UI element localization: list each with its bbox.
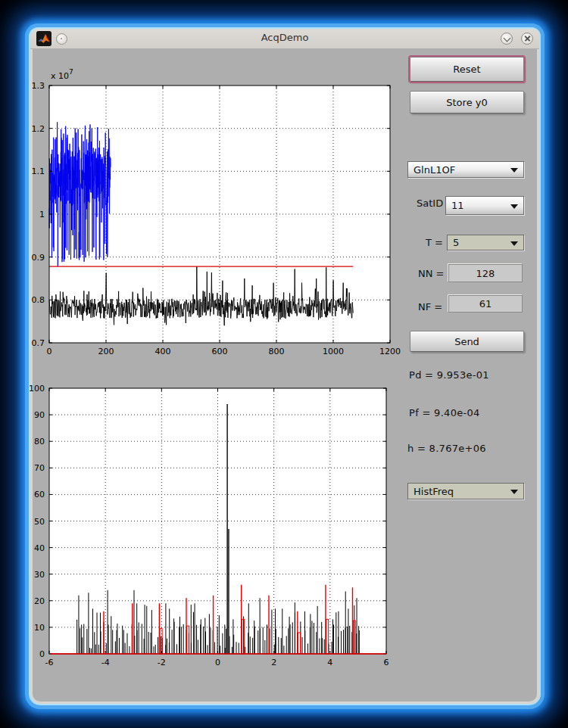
hist-mode-dropdown[interactable]: HistFreq [407, 483, 524, 499]
dropdown-arrow-icon [510, 168, 518, 173]
close-button[interactable] [521, 33, 533, 45]
acqdemo-window: AcqDemo 0200400600800100012000.70.80.911… [30, 29, 539, 704]
chevron-down-icon [504, 35, 511, 42]
store-y0-button[interactable]: Store y0 [410, 91, 524, 114]
svg-text:4: 4 [327, 658, 332, 667]
desktop-background: AcqDemo 0200400600800100012000.70.80.911… [0, 0, 568, 728]
pf-value-text: Pf = 9.40e-04 [409, 407, 480, 418]
svg-text:40: 40 [34, 543, 45, 553]
satid-value: 11 [451, 200, 464, 211]
svg-text:0: 0 [47, 347, 52, 356]
svg-text:-2: -2 [158, 658, 166, 667]
dropdown-arrow-icon [510, 490, 518, 494]
send-button[interactable]: Send [410, 331, 524, 352]
dropdown-arrow-icon [510, 241, 518, 246]
svg-text:1: 1 [39, 210, 45, 219]
svg-text:1.1: 1.1 [32, 166, 45, 176]
satid-dropdown[interactable]: 11 [445, 196, 524, 215]
svg-text:0.7: 0.7 [32, 338, 45, 348]
reset-button[interactable]: Reset [410, 57, 524, 82]
window-title: AcqDemo [30, 32, 539, 43]
nn-field[interactable]: 128 [448, 264, 523, 282]
svg-text:20: 20 [34, 596, 45, 606]
svg-text:1.2: 1.2 [32, 124, 45, 134]
svg-text:0.8: 0.8 [32, 295, 45, 305]
pd-value-text: Pd = 9.953e-01 [409, 369, 489, 381]
svg-text:400: 400 [155, 347, 171, 356]
svg-text:90: 90 [34, 410, 45, 420]
figure-canvas: 0200400600800100012000.70.80.911.11.21.3… [33, 48, 537, 702]
nf-label: NF = [418, 301, 442, 313]
signal-type-dropdown[interactable]: GlnL1OF [407, 161, 524, 178]
svg-text:600: 600 [212, 347, 228, 356]
t-value: 5 [453, 237, 459, 248]
t-dropdown[interactable]: 5 [447, 235, 524, 250]
signal-type-value: GlnL1OF [414, 164, 455, 176]
svg-text:50: 50 [34, 517, 45, 527]
svg-text:200: 200 [98, 347, 114, 356]
svg-text:80: 80 [34, 437, 45, 446]
hist-mode-value: HistFreq [414, 486, 454, 497]
svg-text:800: 800 [269, 347, 285, 356]
svg-text:0: 0 [39, 649, 45, 659]
svg-text:100: 100 [29, 384, 45, 394]
svg-text:10: 10 [34, 623, 45, 633]
svg-text:6: 6 [384, 658, 389, 667]
minimize-button[interactable] [501, 33, 513, 45]
svg-text:x 107: x 107 [51, 68, 73, 81]
svg-text:-4: -4 [101, 658, 110, 667]
satid-label: SatID [417, 198, 443, 209]
svg-text:0.9: 0.9 [32, 253, 45, 263]
svg-text:2: 2 [271, 658, 276, 667]
h-value-text: h = 8.767e+06 [407, 443, 486, 454]
svg-text:60: 60 [34, 490, 45, 499]
bottom-plot: -6-4-202460102030405060708090100 [26, 367, 412, 683]
svg-text:1200: 1200 [379, 347, 401, 356]
nn-label: NN = [418, 268, 444, 279]
top-plot: 0200400600800100012000.70.80.911.11.21.3… [26, 64, 404, 366]
titlebar[interactable]: AcqDemo [30, 29, 539, 49]
nf-field[interactable]: 61 [448, 295, 523, 313]
svg-text:-6: -6 [45, 658, 54, 667]
svg-text:1000: 1000 [323, 347, 344, 356]
svg-text:1.3: 1.3 [32, 81, 45, 91]
svg-text:70: 70 [34, 463, 45, 473]
t-label: T = [426, 237, 443, 248]
svg-text:0: 0 [215, 658, 220, 667]
svg-text:30: 30 [34, 570, 45, 580]
dropdown-arrow-icon [510, 204, 518, 209]
